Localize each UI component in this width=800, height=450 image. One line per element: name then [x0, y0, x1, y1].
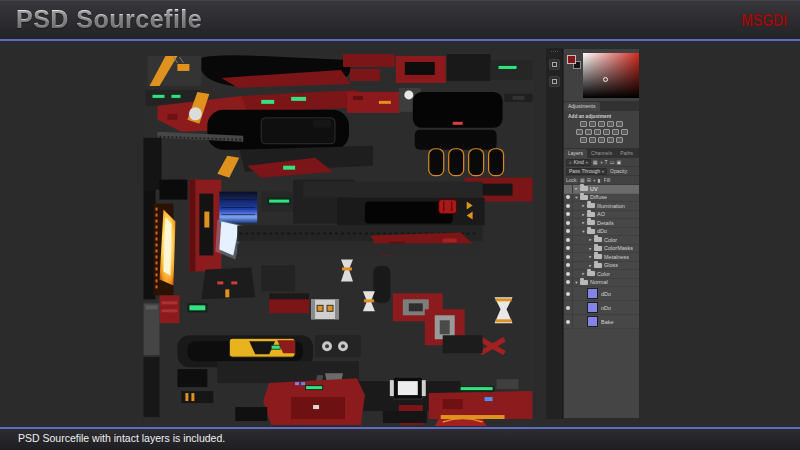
visibility-toggle[interactable]	[564, 219, 573, 227]
tab-adjustments[interactable]: Adjustments	[564, 102, 600, 111]
visibility-toggle[interactable]	[564, 270, 573, 278]
eye-icon	[566, 195, 570, 199]
visibility-toggle[interactable]	[564, 194, 573, 202]
layer-row[interactable]: ▸ Metalness	[564, 253, 639, 262]
color-panel-icon[interactable]	[549, 59, 560, 70]
color-balance-icon[interactable]	[585, 129, 592, 135]
layer-row[interactable]: nDo	[564, 301, 639, 315]
slide-header: PSD Sourcefile MSGDI	[0, 0, 800, 41]
foreground-background-swatches[interactable]	[567, 55, 581, 69]
exposure-icon[interactable]	[607, 121, 614, 127]
color-field[interactable]	[583, 53, 639, 98]
layer-icon	[594, 246, 602, 251]
expander-icon[interactable]: ▾	[580, 229, 587, 234]
photo-filter-icon[interactable]	[603, 129, 610, 135]
vibrance-icon[interactable]	[616, 121, 623, 127]
layer-filter-kind-dropdown[interactable]: ⌕ Kind ▾	[566, 159, 591, 166]
expander-icon[interactable]: ▸	[587, 237, 594, 242]
lock-image-icon[interactable]: ⊞	[587, 177, 591, 183]
brightness-contrast-icon[interactable]	[580, 121, 587, 127]
visibility-toggle[interactable]	[564, 236, 573, 244]
curves-icon[interactable]	[598, 121, 605, 127]
eye-icon	[566, 280, 570, 284]
tab-layers[interactable]: Layers	[564, 149, 587, 158]
opacity-label: Opacity:	[610, 168, 628, 174]
visibility-toggle[interactable]	[564, 245, 573, 253]
layer-row[interactable]: ▸ Illumination	[564, 202, 639, 211]
blend-mode-row: Pass Through ▾ Opacity:	[564, 167, 639, 176]
layer-row[interactable]: ▸ AO	[564, 211, 639, 220]
visibility-toggle[interactable]	[564, 262, 573, 270]
expander-icon[interactable]: ▸	[580, 203, 587, 208]
layer-row[interactable]: ▸ ColorMasks	[564, 245, 639, 254]
layer-row[interactable]: dDo	[564, 287, 639, 301]
smart-object-filter-icon[interactable]: ▣	[616, 159, 621, 165]
layer-name: Color	[604, 237, 617, 243]
expander-icon[interactable]: ▸	[580, 220, 587, 225]
lock-label: Lock:	[566, 177, 578, 183]
expander-icon[interactable]: ▸	[587, 263, 594, 268]
visibility-toggle[interactable]	[564, 253, 573, 261]
expander-icon[interactable]: ▾	[573, 195, 580, 200]
hue-saturation-icon[interactable]	[576, 129, 583, 135]
layer-name: Color	[597, 271, 610, 277]
expander-icon[interactable]: ▾	[573, 280, 580, 285]
layer-row[interactable]: ▸ UV	[564, 185, 639, 194]
visibility-toggle[interactable]	[564, 279, 573, 287]
swatches-panel-icon[interactable]	[549, 76, 560, 87]
gradient-map-icon[interactable]	[607, 137, 614, 143]
blend-mode-dropdown[interactable]: Pass Through ▾	[566, 168, 607, 175]
selective-color-icon[interactable]	[616, 137, 623, 143]
type-layer-filter-icon[interactable]: T	[605, 159, 608, 165]
eye-icon	[566, 272, 570, 276]
lock-all-icon[interactable]: ▮	[598, 177, 601, 183]
visibility-toggle[interactable]	[564, 301, 573, 314]
black-white-icon[interactable]	[594, 129, 601, 135]
layer-list: ▸ UV ▾ Diffuse ▸ Illumination ▸ AO ▸ Det…	[564, 185, 639, 329]
chevron-down-icon: ▾	[586, 160, 588, 165]
pixel-layer-filter-icon[interactable]: ▦	[593, 159, 598, 165]
expander-icon[interactable]: ▸	[587, 254, 594, 259]
color-lookup-icon[interactable]	[621, 129, 628, 135]
tab-paths[interactable]: Paths	[616, 149, 637, 158]
layer-icon	[594, 263, 602, 268]
layer-icon	[587, 302, 598, 313]
layer-row[interactable]: ▾ Diffuse	[564, 194, 639, 203]
expander-icon[interactable]: ▸	[580, 271, 587, 276]
lock-position-icon[interactable]: +	[593, 177, 596, 183]
shape-layer-filter-icon[interactable]: ▭	[610, 159, 615, 165]
layer-row[interactable]: ▸ Gloss	[564, 262, 639, 271]
threshold-icon[interactable]	[598, 137, 605, 143]
visibility-toggle[interactable]	[564, 202, 573, 210]
add-adjustment-label: Add an adjustment	[564, 113, 639, 121]
panel-dock	[546, 48, 563, 419]
dock-grip[interactable]	[551, 51, 558, 53]
expander-icon[interactable]: ▸	[580, 212, 587, 217]
invert-icon[interactable]	[580, 137, 587, 143]
layer-row[interactable]: ▾ Normal	[564, 279, 639, 288]
layer-row[interactable]: Bake	[564, 315, 639, 329]
visibility-toggle[interactable]	[564, 287, 573, 300]
lock-transparency-icon[interactable]: ▦	[580, 177, 585, 183]
adjustment-layer-filter-icon[interactable]: ◑	[600, 159, 603, 165]
msgdi-logo: MSGDI	[742, 11, 788, 31]
foreground-color-swatch[interactable]	[567, 55, 576, 64]
layer-row[interactable]: ▸ Color	[564, 270, 639, 279]
visibility-toggle[interactable]	[564, 185, 573, 193]
eye-icon	[566, 306, 570, 310]
layer-row[interactable]: ▸ Details	[564, 219, 639, 228]
visibility-toggle[interactable]	[564, 315, 573, 328]
visibility-toggle[interactable]	[564, 211, 573, 219]
tab-channels[interactable]: Channels	[587, 149, 616, 158]
channel-mixer-icon[interactable]	[612, 129, 619, 135]
layer-icon	[587, 271, 595, 276]
layer-row[interactable]: ▸ Color	[564, 236, 639, 245]
posterize-icon[interactable]	[589, 137, 596, 143]
levels-icon[interactable]	[589, 121, 596, 127]
expander-icon[interactable]: ▸	[573, 186, 580, 191]
expander-icon[interactable]: ▸	[587, 246, 594, 251]
texture-atlas	[143, 54, 535, 426]
layer-name: Gloss	[604, 262, 618, 268]
layer-row[interactable]: ▾ dDo	[564, 228, 639, 237]
visibility-toggle[interactable]	[564, 228, 573, 236]
